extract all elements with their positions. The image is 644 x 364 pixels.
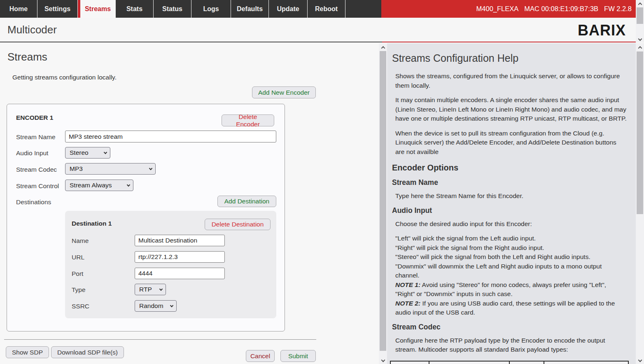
scroll-down-arrow-icon[interactable] <box>636 35 644 42</box>
help-stream-name-text: Type here the Stream Name for this Encod… <box>395 191 627 201</box>
scroll-down-arrow-icon[interactable] <box>636 357 644 363</box>
destination-panel: Destination 1 Delete Destination Name UR… <box>65 211 276 318</box>
help-table-cell <box>510 362 544 364</box>
destination-type-label: Type <box>72 286 86 294</box>
destination-type-value: RTP <box>139 286 152 293</box>
device-mac: MAC 00:08:E1:09:B7:3B <box>524 5 598 13</box>
audio-input-label: Audio Input <box>16 149 48 157</box>
delete-destination-button[interactable]: Delete Destination <box>205 219 271 230</box>
help-table-cell <box>429 362 510 364</box>
help-title: Streams Configuration Help <box>392 52 627 64</box>
nav-tab-update[interactable]: Update <box>269 0 308 18</box>
help-table-cell <box>544 362 628 364</box>
download-sdp-button[interactable]: Download SDP file(s) <box>51 346 124 358</box>
chevron-down-icon <box>170 303 173 307</box>
scroll-down-arrow-icon[interactable] <box>379 357 387 363</box>
add-new-encoder-button[interactable]: Add New Encoder <box>252 86 316 98</box>
help-stream-name-heading: Stream Name <box>392 178 627 187</box>
help-note-2-text: If you are using USB audio card, these s… <box>395 300 615 316</box>
help-line: "Right" will pick the signal from the Ri… <box>395 243 627 253</box>
cancel-button[interactable]: Cancel <box>246 350 275 362</box>
add-destination-button[interactable]: Add Destination <box>217 196 276 207</box>
help-scrollbar[interactable] <box>636 43 644 364</box>
nav-tab-status[interactable]: Status <box>154 0 191 18</box>
scroll-up-arrow-icon[interactable] <box>636 44 644 51</box>
nav-tab-defaults[interactable]: Defaults <box>231 0 269 18</box>
footer-divider <box>4 339 316 340</box>
nav-tab-stats[interactable]: Stats <box>116 0 154 18</box>
delete-encoder-button[interactable]: Delete Encoder <box>222 114 274 126</box>
scroll-up-arrow-icon[interactable] <box>636 0 644 7</box>
device-name: M400_FLEXA <box>476 5 519 13</box>
scrollbar-thumb[interactable] <box>637 51 643 214</box>
scroll-up-arrow-icon[interactable] <box>379 44 387 51</box>
help-stream-codec-text: Configure here the RTP payload type by t… <box>395 336 627 355</box>
audio-input-select[interactable]: Stereo <box>65 147 110 159</box>
help-stream-codec-heading: Stream Codec <box>392 323 627 331</box>
help-line: "Left" will pick the signal from the Lef… <box>395 234 627 243</box>
chevron-down-icon <box>149 166 152 170</box>
scrollbar-thumb[interactable] <box>380 51 386 351</box>
help-line: "Stereo" will pick the signal from both … <box>395 252 627 262</box>
chevron-down-icon <box>159 287 163 290</box>
chevron-down-icon <box>104 150 107 154</box>
stream-control-value: Stream Always <box>70 182 112 189</box>
content-scrollbar[interactable] <box>379 43 387 364</box>
header-divider-dark <box>0 42 382 42</box>
help-audio-input-details: "Left" will pick the signal from the Lef… <box>395 234 627 317</box>
destination-name-input[interactable] <box>135 235 225 246</box>
page-header: Multicoder BARIX <box>0 18 636 42</box>
page-title: Multicoder <box>7 23 57 36</box>
nav-tab-settings[interactable]: Settings <box>37 0 78 18</box>
help-paragraph: Shows the streams, configured from the L… <box>395 72 627 90</box>
streams-status-text: Getting streams configuration locally. <box>12 74 117 81</box>
stream-control-select[interactable]: Stream Always <box>65 180 133 191</box>
stream-codec-select[interactable]: MP3 <box>65 163 156 175</box>
help-encoder-options-heading: Encoder Options <box>392 163 627 173</box>
destination-title: Destination 1 <box>72 220 112 227</box>
destination-port-label: Port <box>72 270 83 278</box>
destination-port-input[interactable] <box>135 268 225 279</box>
encoder-panel: ENCODER 1 Delete Encoder Stream Name Aud… <box>7 104 285 331</box>
barix-logo: BARIX <box>578 22 626 39</box>
help-payload-table <box>390 361 629 364</box>
destination-name-label: Name <box>72 237 89 245</box>
help-audio-input-intro: Choose the desired audio input for this … <box>395 219 627 229</box>
destination-ssrc-select[interactable]: Random <box>135 300 177 312</box>
stream-codec-value: MP3 <box>70 165 83 173</box>
nav-tab-reboot[interactable]: Reboot <box>308 0 345 18</box>
destination-url-label: URL <box>72 254 84 261</box>
audio-input-value: Stereo <box>70 149 89 156</box>
device-info-banner: M400_FLEXA MAC 00:08:E1:09:B7:3B FW 2.2.… <box>381 0 636 18</box>
help-note-2-label: NOTE 2: <box>395 300 420 307</box>
destinations-label: Destinations <box>16 198 51 206</box>
show-sdp-button[interactable]: Show SDP <box>6 346 49 358</box>
streams-heading: Streams <box>7 51 47 63</box>
scrollbar-thumb[interactable] <box>637 7 643 24</box>
destination-type-select[interactable]: RTP <box>135 284 166 295</box>
help-paragraph: When the device is set to pull its strea… <box>395 129 627 157</box>
help-audio-input-heading: Audio Input <box>392 206 627 215</box>
nav-tab-streams[interactable]: Streams <box>78 0 116 18</box>
submit-button[interactable]: Submit <box>280 350 316 362</box>
stream-control-label: Stream Control <box>16 182 59 190</box>
destination-ssrc-label: SSRC <box>72 303 89 310</box>
window-scrollbar[interactable] <box>636 0 644 42</box>
destination-ssrc-value: Random <box>139 302 163 310</box>
streams-content-frame: Streams Getting streams configuration lo… <box>0 43 379 364</box>
help-table-cell <box>391 362 429 364</box>
stream-name-input[interactable] <box>65 131 276 142</box>
encoder-title: ENCODER 1 <box>16 114 53 121</box>
chevron-down-icon <box>127 183 130 186</box>
device-firmware: FW 2.2.8 <box>604 5 632 13</box>
help-line: "Downmix" will downmix the Left and Righ… <box>395 262 627 280</box>
help-paragraph: It may contain multiple encoders. A sing… <box>395 96 627 124</box>
nav-tab-home[interactable]: Home <box>0 0 37 18</box>
stream-codec-label: Stream Codec <box>16 166 57 173</box>
help-note-2: NOTE 2: If you are using USB audio card,… <box>395 299 627 317</box>
header-divider-red <box>382 42 636 42</box>
destination-url-input[interactable] <box>135 251 225 263</box>
stream-name-label: Stream Name <box>16 133 56 141</box>
help-note-1: NOTE 1: Avoid using "Stereo" for mono co… <box>395 280 627 299</box>
nav-tab-logs[interactable]: Logs <box>191 0 231 18</box>
